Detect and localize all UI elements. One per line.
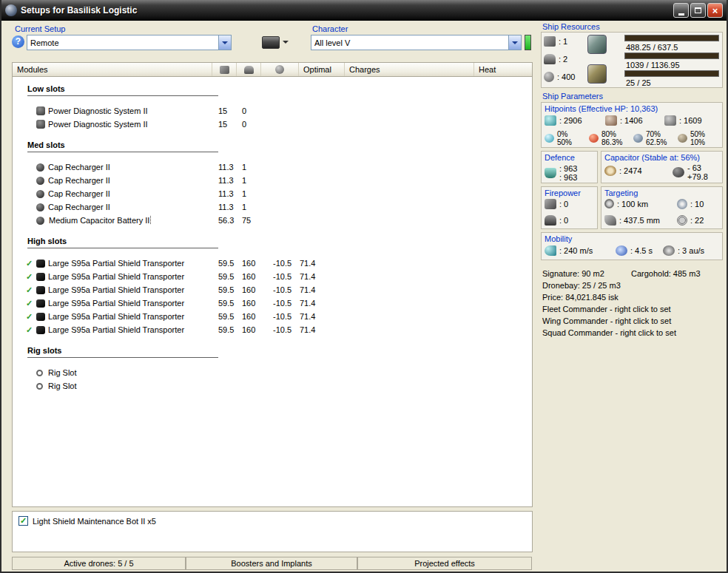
module-value: 15 xyxy=(218,120,242,129)
module-value: 160 xyxy=(242,259,273,268)
fitted-check-icon: ✓ xyxy=(26,259,36,268)
launcher-slots-count: : 2 xyxy=(559,55,567,64)
speed-icon xyxy=(545,245,556,256)
module-value: 59.5 xyxy=(218,259,242,268)
header-modules[interactable]: Modules xyxy=(13,63,212,76)
module-row-selected[interactable]: Medium Capacitor Battery II 56.3 75 xyxy=(13,214,532,227)
module-icon xyxy=(36,326,45,334)
module-value: 160 xyxy=(242,272,273,281)
firepower-box: Firepower : 0 : 0 xyxy=(541,186,598,229)
module-value: 0 xyxy=(242,106,273,115)
sensor-strength-icon xyxy=(677,215,687,226)
module-icon xyxy=(36,177,44,185)
module-value: 71.4 xyxy=(300,325,329,334)
module-value: 15 xyxy=(218,106,242,115)
missile-dps-icon xyxy=(545,215,556,226)
app-icon xyxy=(5,4,17,16)
capacitor-recharge: +79.8 xyxy=(687,172,708,181)
module-name: Cap Recharger II xyxy=(48,189,110,198)
tab-projected-effects[interactable]: Projected effects xyxy=(357,557,532,570)
character-select-arrow-icon[interactable] xyxy=(508,35,521,50)
help-icon[interactable]: ? xyxy=(12,35,24,48)
module-name: Medium Capacitor Battery II xyxy=(48,216,150,225)
module-row[interactable]: ✓ Large S95a Partial Shield Transporter … xyxy=(13,323,532,336)
wing-commander-slot[interactable]: Wing Commander - right click to set xyxy=(542,316,671,325)
armor-hp-icon xyxy=(605,115,617,126)
header-launcher-column[interactable] xyxy=(237,63,261,76)
module-value: 59.5 xyxy=(218,272,242,281)
module-name: Cap Recharger II xyxy=(48,163,110,172)
resource-bar xyxy=(624,52,719,59)
module-value: -10.5 xyxy=(273,272,300,281)
module-row[interactable]: Cap Recharger II 11.3 1 xyxy=(13,187,532,200)
sensor-strength-value: : 22 xyxy=(690,216,704,225)
header-charges[interactable]: Charges xyxy=(345,63,474,76)
module-name: Large S95a Partial Shield Transporter xyxy=(48,272,184,281)
max-targets-value: : 10 xyxy=(690,200,704,208)
setup-select-arrow-icon[interactable] xyxy=(218,35,231,50)
drone-item-label: Light Shield Maintenance Bot II x5 xyxy=(33,517,156,526)
module-row[interactable]: ✓ Large S95a Partial Shield Transporter … xyxy=(13,296,532,310)
module-value: 56.3 xyxy=(218,216,242,225)
module-row[interactable]: Cap Recharger II 11.3 1 xyxy=(13,200,532,214)
drone-row[interactable]: ✓ Light Shield Maintenance Bot II x5 xyxy=(13,512,532,526)
close-button[interactable]: × xyxy=(707,3,723,18)
slot-section-high: High slots xyxy=(27,237,218,248)
minimize-button[interactable] xyxy=(673,3,689,18)
modules-header: Modules Optimal Charges Heat xyxy=(13,63,532,77)
module-row[interactable]: Cap Recharger II 11.3 1 xyxy=(13,160,532,174)
defence-label: Defence xyxy=(542,152,597,162)
rig-slot-row[interactable]: Rig Slot xyxy=(13,366,532,379)
tab-boosters-implants[interactable]: Boosters and Implants xyxy=(186,557,357,570)
defence-value-2: : 963 xyxy=(559,173,577,182)
export-button[interactable] xyxy=(260,33,291,51)
module-row[interactable]: ✓ Large S95a Partial Shield Transporter … xyxy=(13,257,532,270)
module-row[interactable]: Power Diagnostic System II 15 0 xyxy=(13,104,532,118)
squad-commander-slot[interactable]: Squad Commander - right click to set xyxy=(542,328,676,337)
module-row[interactable]: ✓ Large S95a Partial Shield Transporter … xyxy=(13,310,532,323)
modules-list: Low slots Power Diagnostic System II 15 … xyxy=(13,77,532,393)
header-heat[interactable]: Heat xyxy=(474,63,532,76)
module-value: 1 xyxy=(242,189,273,198)
fleet-commander-slot[interactable]: Fleet Commander - right click to set xyxy=(542,305,671,313)
thermal-armor-resist: 86.3% xyxy=(601,138,622,146)
fitted-check-icon: ✓ xyxy=(26,325,36,335)
resource-value: 1039 / 1136.95 xyxy=(626,61,680,69)
tab-active-drones[interactable]: Active drones: 5 / 5 xyxy=(12,557,186,570)
rig-slot-row[interactable]: Rig Slot xyxy=(13,379,532,393)
header-optimal[interactable]: Optimal xyxy=(299,63,345,76)
targeting-range-value: : 100 km xyxy=(617,200,648,208)
character-select[interactable]: All level V xyxy=(311,35,522,50)
module-row[interactable]: Cap Recharger II 11.3 1 xyxy=(13,174,532,187)
module-value: 59.5 xyxy=(218,325,242,334)
tab-projected-effects-label: Projected effects xyxy=(414,559,475,568)
module-value: 59.5 xyxy=(218,285,242,294)
hitpoints-label: Hitpoints (Effective HP: 10,363) xyxy=(542,103,722,113)
setup-select[interactable]: Remote xyxy=(27,35,232,50)
module-value: 75 xyxy=(242,216,273,225)
rig-slot-name: Rig Slot xyxy=(48,382,77,390)
module-value: 1 xyxy=(242,176,273,185)
module-row[interactable]: ✓ Large S95a Partial Shield Transporter … xyxy=(13,283,532,296)
header-turret-column[interactable] xyxy=(212,63,237,76)
module-name: Large S95a Partial Shield Transporter xyxy=(48,259,184,268)
turret-dps-value: : 0 xyxy=(559,200,568,208)
export-dropdown-arrow-icon[interactable] xyxy=(283,41,289,47)
module-row[interactable]: Power Diagnostic System II 15 0 xyxy=(13,118,532,131)
em-resist-icon xyxy=(545,134,554,143)
module-value: 11.3 xyxy=(218,203,242,211)
module-value: -10.5 xyxy=(273,299,300,308)
maximize-button[interactable] xyxy=(690,3,706,18)
shield-hp-value: : 2906 xyxy=(559,116,582,125)
module-icon xyxy=(36,260,45,268)
shield-hp-icon xyxy=(545,115,556,126)
drone-checkbox[interactable]: ✓ xyxy=(18,516,28,526)
turret-slots-count: : 1 xyxy=(559,37,567,46)
structure-hp-icon xyxy=(664,115,676,126)
fitted-check-icon: ✓ xyxy=(26,272,36,282)
header-capacitor-column[interactable] xyxy=(261,63,299,76)
module-row[interactable]: ✓ Large S95a Partial Shield Transporter … xyxy=(13,270,532,283)
scan-resolution-value: : 437.5 mm xyxy=(619,216,660,225)
current-setup-label: Current Setup xyxy=(15,24,65,33)
align-time-icon xyxy=(616,245,627,256)
